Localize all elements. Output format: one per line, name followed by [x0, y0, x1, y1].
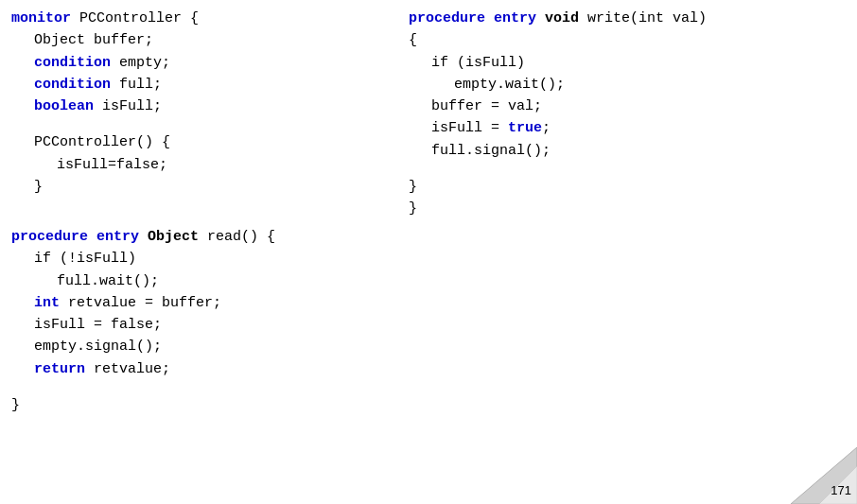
- right-column: procedure entry void write(int val) { if…: [409, 8, 846, 496]
- spacer: [11, 117, 409, 131]
- code-line: empty.signal();: [34, 336, 409, 357]
- code-line: if (isFull): [431, 52, 846, 74]
- code-line: }: [34, 176, 409, 198]
- code-line: condition full;: [34, 74, 409, 96]
- code-line: return retvalue;: [34, 358, 409, 380]
- code-line: Object buffer;: [34, 29, 409, 51]
- code-line: procedure entry void write(int val): [409, 8, 846, 29]
- code-line: int retvalue = buffer;: [34, 292, 409, 314]
- code-line: if (!isFull): [34, 248, 409, 269]
- code-line: }: [409, 176, 846, 198]
- page-number: 171: [831, 481, 851, 500]
- code-line: full.signal();: [431, 140, 846, 162]
- spacer: [409, 162, 846, 176]
- code-line: boolean isFull;: [34, 96, 409, 117]
- code-line: PCController() {: [34, 131, 409, 153]
- spacer: [11, 380, 409, 394]
- code-line: isFull = true;: [431, 117, 846, 139]
- code-line: procedure entry Object read() {: [11, 226, 409, 248]
- spacer: [11, 212, 409, 226]
- code-line: }: [11, 394, 409, 416]
- code-line: {: [409, 29, 846, 51]
- spacer: [11, 198, 409, 212]
- code-line: monitor PCController {: [11, 8, 409, 29]
- code-line: isFull = false;: [34, 314, 409, 336]
- code-line: }: [409, 198, 846, 219]
- left-column: monitor PCController { Object buffer; co…: [11, 8, 409, 496]
- code-container: monitor PCController { Object buffer; co…: [0, 0, 857, 504]
- code-line: isFull=false;: [57, 154, 409, 176]
- code-line: full.wait();: [57, 270, 409, 292]
- code-line: condition empty;: [34, 52, 409, 74]
- code-line: empty.wait();: [454, 74, 846, 96]
- code-line: buffer = val;: [431, 96, 846, 117]
